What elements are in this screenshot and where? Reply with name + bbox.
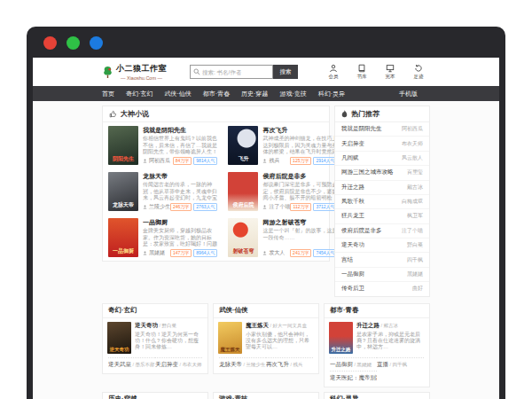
hot-list-item: 凡间赋 风云散人	[335, 151, 429, 165]
hot-list-item: 狂兵龙王 枫卫军	[335, 208, 429, 223]
category-book-link[interactable]: 龙脉天帝兰陵少生	[219, 357, 266, 371]
hot-book-author: 野白菜	[407, 241, 423, 249]
hot-book-link[interactable]: 传奇后卫	[341, 285, 364, 293]
nav-item[interactable]: 武侠·仙侠	[164, 90, 191, 98]
hot-book-link[interactable]: 我就是阴阳先生	[341, 125, 382, 133]
book-cover: 龙脉天帝	[108, 172, 138, 211]
nav-item[interactable]: 科幻·灵异	[318, 90, 345, 98]
word-count-badge: 246万字	[170, 203, 192, 211]
category-title[interactable]: 武侠·仙侠	[214, 304, 318, 318]
category-book-link[interactable]: 一品御厨黑姥姥	[330, 357, 377, 371]
book-description: 小家伙别傻，他只会神剑，没有多么远大的理想，只希望每天可以…	[246, 332, 314, 350]
search-button[interactable]: 搜索	[273, 65, 298, 79]
book-title: 一品御厨	[143, 218, 217, 227]
user-icon	[329, 64, 338, 73]
category-title[interactable]: 奇幻·玄幻	[103, 304, 207, 318]
book-cover: 飞升	[228, 126, 258, 165]
browser-viewport: 小二狼工作室 — Xiaoshu.Com —	[33, 58, 499, 399]
traffic-light-button[interactable]	[43, 36, 57, 50]
hot-book-author: 百里玺	[407, 168, 423, 176]
quick-link-history[interactable]: 足迹	[409, 64, 428, 80]
hot-list-item: 网游三国之城市攻略 百里玺	[335, 165, 429, 179]
quick-link-finished[interactable]: 完本	[380, 64, 400, 80]
book-card[interactable]: 侯府后院 侯府后院是非多 都说豪门深宅是非多，可预防必定，侯府后院是非也不少，婆…	[223, 168, 342, 215]
word-count-badge: 125万字	[290, 157, 311, 165]
book-description: 是农家子弟，抑或是元老后裔？且看在仕途迷雾的旋涡中，林远方…	[356, 332, 425, 350]
hot-book-link[interactable]: 侯府后院是非多	[341, 227, 382, 235]
category-section: 都市·青春 升迁之路 升迁之路戴古冰 是农家子弟，抑或是元老后裔？且看在仕途迷雾…	[324, 303, 430, 387]
quick-link-member[interactable]: 会员	[324, 64, 343, 80]
hot-recommend-header: 热门推荐	[335, 106, 429, 122]
hot-book-link[interactable]: 逆天奇功	[341, 241, 364, 249]
category-book-link[interactable]: 逆天医妃：魔帝别乱心	[330, 371, 377, 384]
site-domain: — Xiaoshu.Com —	[116, 75, 167, 81]
hot-recommend-section: 热门推荐 我就是阴阳先生 阿初西瓜 天启异变 布衣天师 凡间赋	[334, 106, 430, 297]
site-logo[interactable]: 小二狼工作室 — Xiaoshu.Com —	[102, 63, 167, 81]
hot-book-link[interactable]: 狂兵龙王	[341, 212, 364, 220]
search-input[interactable]	[202, 69, 270, 75]
page-content: 大神小说 阴阳先生 我就是阴阳先生 你相信世界上有鬼吗？以前我也不信，后来信，再…	[102, 106, 430, 399]
traffic-lights	[43, 36, 103, 50]
book-cover-label: 飞升	[228, 155, 258, 163]
category-title[interactable]: 游戏·竞技	[214, 393, 318, 399]
book-cover-label: 龙脉天帝	[108, 201, 138, 209]
book-card[interactable]: 飞升 再次飞升 武神成圣的神剑猫龙，在技巧上达到极限后，因为灵魂力量与身体的桥梁…	[223, 122, 342, 168]
category-book-link[interactable]: 逆天武皇墨乐不辞	[108, 357, 155, 371]
word-count-badge: 241万字	[290, 249, 311, 257]
hot-book-link[interactable]: 网游三国之城市攻略	[341, 168, 394, 176]
book-card[interactable]: 一品御厨 一品御厨 金牌美女厨师，穿越到极品农家。作为资深吃货，她的目标是：发家…	[103, 215, 223, 261]
hot-book-link[interactable]: 凡间赋	[341, 154, 359, 162]
nav-item[interactable]: 历史·穿越	[241, 90, 268, 98]
book-author: 兰陵少生	[143, 203, 170, 211]
nav-item[interactable]: 都市·青春	[203, 90, 230, 98]
reader-count-badge: 2763人气	[193, 203, 217, 211]
book-author: 墨乐不辞	[131, 362, 155, 367]
category-featured-book[interactable]: 魔王炼天 魔王炼天好大一间文具盒 小家伙别傻，他只会神剑，没有多么远大的理想，只…	[214, 318, 318, 356]
site-name: 小二狼工作室	[116, 63, 167, 74]
book-card[interactable]: 龙脉天帝 龙脉天帝 传闻远古老的传承，一脉的神冠，他从草莽中走来，灵魂中归来，风…	[103, 168, 223, 215]
book-author: 阿初西瓜	[143, 157, 170, 165]
hot-book-author: 阿初西瓜	[402, 125, 423, 133]
book-title: 逆天医妃：魔帝别乱心	[330, 374, 377, 380]
hot-book-author: 曲好	[412, 285, 423, 293]
word-count-badge: 147万字	[170, 249, 192, 257]
hot-book-link[interactable]: 天启异变	[341, 140, 364, 148]
hot-book-author: 四千枫	[407, 256, 423, 264]
book-author: 残兵	[289, 362, 303, 367]
book-card[interactable]: 阴阳先生 我就是阴阳先生 你相信世界上有鬼吗？以前我也不信，后来信，再信了…我就…	[103, 122, 223, 168]
monitor-icon	[386, 64, 395, 73]
traffic-light-button[interactable]	[90, 36, 103, 50]
book-author: 发大人	[262, 249, 285, 257]
book-title: 天启异变	[155, 361, 178, 367]
category-title[interactable]: 历史·穿越	[103, 393, 207, 399]
author-icon	[143, 159, 147, 163]
nav-item-mobile[interactable]: 手机版	[399, 86, 418, 101]
book-author: 残兵	[262, 157, 279, 165]
category-book-link[interactable]: 再次飞升残兵	[266, 357, 313, 371]
site-header: 小二狼工作室 — Xiaoshu.Com —	[33, 58, 499, 86]
hot-list-item: 升迁之路 戴古冰	[335, 180, 429, 194]
book-cover-label: 一品御厨	[108, 247, 138, 255]
category-title[interactable]: 都市·青春	[325, 304, 429, 318]
traffic-light-button[interactable]	[66, 36, 80, 50]
category-featured-book[interactable]: 逆天奇功 逆天奇功野白菜 逆天奇功！逆天为何第一奇功！什么？你会硬功，想瘦身！回…	[103, 318, 207, 356]
hot-book-link[interactable]: 凤歌千秋	[341, 198, 364, 206]
category-title[interactable]: 科幻·灵异	[325, 393, 429, 399]
nav-item[interactable]: 首页	[102, 90, 114, 98]
nav-item[interactable]: 游戏·竞技	[279, 90, 306, 98]
book-title: 再次飞升	[262, 126, 337, 135]
hot-book-link[interactable]: 一品御厨	[341, 270, 364, 278]
category-featured-book[interactable]: 升迁之路 升迁之路戴古冰 是农家子弟，抑或是元老后裔？且看在仕途迷雾的旋涡中，林…	[325, 318, 429, 356]
book-cover: 一品御厨	[108, 218, 138, 257]
category-book-link[interactable]: 天启异变布衣天师	[155, 357, 202, 371]
hot-book-author: 黑姥姥	[407, 270, 423, 278]
hot-book-link[interactable]: 宫结	[341, 256, 353, 264]
book-title: 侯府后院是非多	[262, 172, 337, 181]
nav-item[interactable]: 奇幻·玄幻	[126, 90, 153, 98]
book-cover: 侯府后院	[228, 172, 258, 211]
category-section: 游戏·竞技 射破苍穹 网游之射破苍穹发大人 这是一个叫『射』的故事，这是一段传奇…	[213, 392, 319, 399]
hot-book-link[interactable]: 升迁之路	[341, 184, 364, 192]
book-card[interactable]: 射破苍穹 网游之射破苍穹 这是一个叫『射』的故事，这是一段传奇……	[223, 215, 342, 261]
quick-link-library[interactable]: 书库	[352, 64, 372, 80]
category-book-link[interactable]: 直播四千枫	[377, 357, 424, 371]
